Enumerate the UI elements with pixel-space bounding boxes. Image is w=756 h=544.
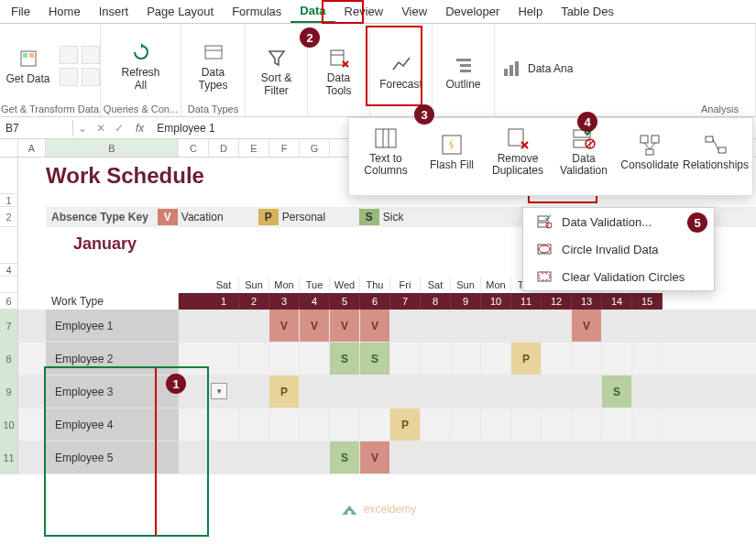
svg-rect-9 [460,70,471,72]
month-label: January [46,227,137,264]
svg-rect-25 [706,136,713,142]
data-tools-icon [326,45,352,71]
tab-data[interactable]: Data [290,0,334,23]
svg-rect-13 [376,129,396,147]
svg-point-29 [546,223,552,228]
svg-rect-2 [29,53,34,58]
svg-rect-8 [460,64,471,67]
clear-circles-item[interactable]: Clear Validation Circles [523,263,714,290]
svg-rect-3 [205,46,222,59]
tab-file[interactable]: File [2,1,39,22]
svg-point-33 [539,273,550,280]
svg-rect-1 [23,53,27,58]
formula-input[interactable]: Employee 1 [151,122,220,135]
svg-rect-17 [509,129,523,146]
employee-name[interactable]: Employee 4 [46,408,179,441]
tab-developer[interactable]: Developer [436,1,509,22]
sort-filter-button[interactable]: Sort & Filter [249,43,304,98]
data-types-icon [201,39,226,65]
forecast-button[interactable]: Forecast [374,49,429,92]
data-tools-expanded: Text to Columns Flash Fill Remove Duplic… [348,117,753,196]
spreadsheet-grid[interactable]: Work Schedule 1 2 Absence Type Key V Vac… [0,158,756,474]
watermark: exceldemy [340,502,416,517]
outline-icon [451,51,477,77]
svg-rect-32 [538,272,551,281]
relationships-button[interactable]: Relationships [683,124,749,179]
svg-rect-11 [509,65,513,76]
circle-invalid-item[interactable]: Circle Invalid Data [523,235,714,263]
svg-rect-12 [515,61,519,76]
data-tools-button[interactable]: Data Tools [312,43,367,98]
page-title: Work Schedule [46,158,204,194]
svg-rect-26 [718,147,726,153]
fx-icon[interactable]: fx [128,122,151,135]
name-box[interactable]: B7 [0,120,73,136]
outline-button[interactable]: Outline [436,49,491,92]
forecast-icon [389,51,414,77]
data-validation-item[interactable]: Data Validation... [523,208,714,235]
data-types-button[interactable]: Data Types [186,38,241,92]
tab-home[interactable]: Home [39,1,90,22]
remove-duplicates-button[interactable]: Remove Duplicates [485,124,551,179]
ribbon-tabs: FileHomeInsertPage LayoutFormulasDataRev… [0,0,756,24]
data-analysis-button[interactable]: Data Ana [524,62,573,75]
svg-rect-27 [538,216,548,221]
text-to-columns-button[interactable]: Text to Columns [353,124,419,179]
tab-view[interactable]: View [392,1,436,22]
flash-fill-button[interactable]: Flash Fill [419,124,485,179]
tab-formulas[interactable]: Formulas [223,1,290,22]
tab-insert[interactable]: Insert [90,1,138,22]
chart-icon [502,60,520,78]
ribbon: Get Data Get & Transform Data Refresh Al… [0,24,756,117]
database-icon [16,46,41,71]
tab-table-des[interactable]: Table Des [552,1,623,22]
refresh-all-button[interactable]: Refresh All [114,38,169,92]
cell-dropdown-button[interactable]: ▾ [211,383,227,399]
tab-review[interactable]: Review [335,1,393,22]
svg-rect-5 [331,50,344,65]
svg-rect-10 [504,69,508,76]
employee-name[interactable]: Employee 1 [46,310,179,342]
employee-name[interactable]: Employee 2 [46,343,179,375]
svg-point-31 [539,245,550,253]
funnel-icon [264,45,290,71]
employee-name[interactable]: Employee 5 [46,441,179,473]
employee-name[interactable]: Employee 3 [46,375,179,408]
svg-rect-24 [646,149,653,155]
svg-rect-22 [641,136,648,143]
consolidate-button[interactable]: Consolidate [617,124,683,179]
get-data-button[interactable]: Get Data [1,44,56,87]
data-validation-menu: Data Validation... Circle Invalid Data C… [522,207,715,291]
tab-help[interactable]: Help [509,1,552,22]
svg-rect-7 [456,59,471,61]
refresh-icon [128,39,154,65]
svg-rect-34 [347,511,351,515]
data-validation-button[interactable]: Data Validation [551,124,617,179]
svg-rect-23 [652,136,659,143]
tab-page-layout[interactable]: Page Layout [137,1,223,22]
